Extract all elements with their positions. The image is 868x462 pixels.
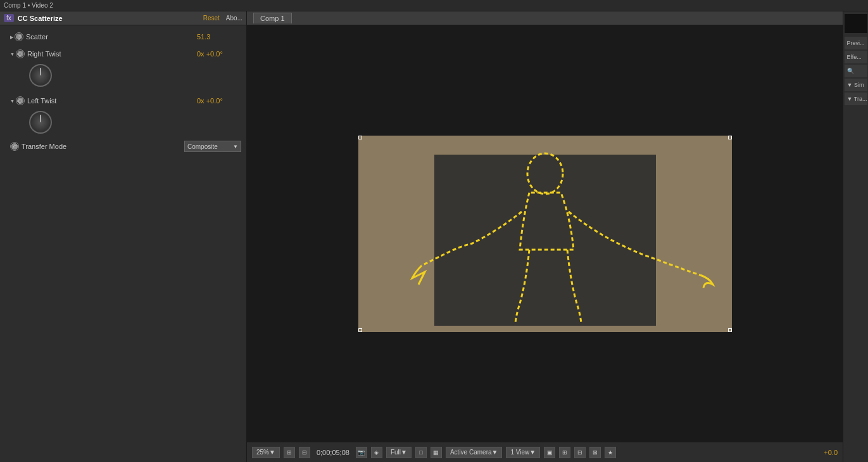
transfer-mode-arrow-icon: ▼ [233,144,238,150]
zoom-dropdown[interactable]: 25% ▼ [252,447,280,458]
header-actions: Reset Abo... [203,15,242,22]
preview-area [247,25,843,442]
transfer-mode-stopwatch-icon[interactable]: ⏱ [10,142,19,151]
right-twist-dial[interactable] [29,64,52,87]
preview-thumbnail [845,14,867,33]
view-arrow-icon: ▼ [529,449,536,456]
offset-value: +0.0 [824,449,838,456]
transfer-mode-value: Composite [187,143,218,150]
comp-tab-bar: Comp 1 [247,11,843,25]
left-twist-expand-icon[interactable] [10,98,15,104]
view-dropdown[interactable]: 1 View ▼ [506,447,540,458]
right-twist-row: ⏱ Right Twist 0x +0.0° [10,46,241,61]
quality-dropdown[interactable]: Full ▼ [386,447,412,458]
quality-value: Full [391,449,401,456]
top-bar: Comp 1 • Video 2 [0,0,868,11]
right-panel-sim-item[interactable]: ▼ Sim [845,79,867,91]
scatter-row: ⏱ Scatter 51.3 [0,29,246,44]
right-twist-dial-container [29,64,52,87]
scatter-param-name: Scatter [26,33,197,41]
main-layout: fx CC Scatterize Reset Abo... ⏱ Scatter … [0,11,868,462]
quality-arrow-icon: ▼ [401,449,407,456]
region-button[interactable]: □ [415,447,427,458]
right-twist-section: ⏱ Right Twist 0x +0.0° [0,44,246,91]
right-panel-effects-item[interactable]: Effe... [845,51,867,63]
right-panel-tra-label: ▼ Tra... [847,96,867,102]
preview-svg [358,136,732,332]
timecode-display: 0;00;05;08 [317,449,349,456]
left-twist-param-name: Left Twist [27,97,197,105]
left-twist-dial-container [29,111,52,134]
effects-panel-header: fx CC Scatterize Reset Abo... [0,11,246,25]
right-twist-stopwatch-icon[interactable]: ⏱ [16,49,25,58]
right-twist-expand-icon[interactable] [10,51,15,57]
middle-panel: Comp 1 [247,11,843,462]
transfer-mode-dropdown[interactable]: Composite ▼ [184,141,241,152]
right-panel-sim-label: ▼ Sim [847,82,864,88]
view-layout-1-button[interactable]: ▣ [544,447,555,458]
preview-canvas [358,136,732,332]
fast-preview-button[interactable]: ★ [605,447,616,458]
color-channels-icon[interactable]: ◈ [371,447,382,458]
view-layout-3-button[interactable]: ⊟ [574,447,586,458]
corner-handle-br[interactable] [728,328,732,332]
about-button[interactable]: Abo... [226,15,242,22]
right-twist-param-name: Right Twist [27,50,197,58]
comp-video-label: Comp 1 • Video 2 [4,2,53,9]
right-panel: Previ... Effe... 🔍 ▼ Sim ▼ Tra... [843,11,868,462]
transfer-mode-row: ⏱ Transfer Mode Composite ▼ [0,138,246,155]
reset-button[interactable]: Reset [203,15,220,22]
right-panel-search-icon: 🔍 [847,68,854,74]
corner-handle-tr[interactable] [728,136,732,139]
camera-arrow-icon: ▼ [492,449,498,456]
fit-button[interactable]: ⊞ [284,447,295,458]
effect-controls-body: ⏱ Scatter 51.3 ⏱ Right Twist 0x +0.0° [0,25,246,462]
left-twist-stopwatch-icon[interactable]: ⏱ [16,96,25,105]
scatter-param-value[interactable]: 51.3 [197,33,241,41]
effect-name: CC Scatterize [18,15,63,22]
right-twist-param-value[interactable]: 0x +0.0° [197,50,241,58]
comp-tab[interactable]: Comp 1 [253,13,292,23]
camera-dropdown[interactable]: Active Camera ▼ [446,447,502,458]
right-panel-preview-label: Previ... [847,40,865,46]
scatter-stopwatch-icon[interactable]: ⏱ [15,32,23,41]
effects-panel: fx CC Scatterize Reset Abo... ⏱ Scatter … [0,11,247,462]
view-layout-2-button[interactable]: ⊞ [559,447,570,458]
grid-button[interactable]: ⊟ [299,447,310,458]
view-value: 1 View [510,449,529,456]
right-panel-search-item[interactable]: 🔍 [845,65,867,77]
corner-handle-bl[interactable] [358,328,362,332]
view-layout-4-button[interactable]: ⊠ [589,447,601,458]
zoom-arrow-icon: ▼ [269,449,275,456]
camera-icon[interactable]: 📷 [356,447,367,458]
corner-handle-tl[interactable] [358,136,362,139]
right-panel-preview-item[interactable]: Previ... [845,37,867,49]
svg-rect-1 [434,155,656,326]
right-panel-tra-item[interactable]: ▼ Tra... [845,93,867,105]
preview-controls: 25% ▼ ⊞ ⊟ 0;00;05;08 📷 ◈ Full ▼ □ ▦ Acti… [247,442,843,462]
zoom-value: 25% [256,449,269,456]
transparency-button[interactable]: ▦ [431,447,442,458]
right-panel-effects-label: Effe... [847,54,862,60]
left-twist-row: ⏱ Left Twist 0x +0.0° [10,93,241,108]
left-twist-dial[interactable] [29,111,52,134]
transfer-mode-param-name: Transfer Mode [22,143,184,150]
camera-value: Active Camera [450,449,492,456]
scatter-expand-icon[interactable] [10,34,13,40]
left-twist-section: ⏱ Left Twist 0x +0.0° [0,91,246,138]
fx-badge: fx [4,14,14,22]
left-twist-param-value[interactable]: 0x +0.0° [197,97,241,105]
